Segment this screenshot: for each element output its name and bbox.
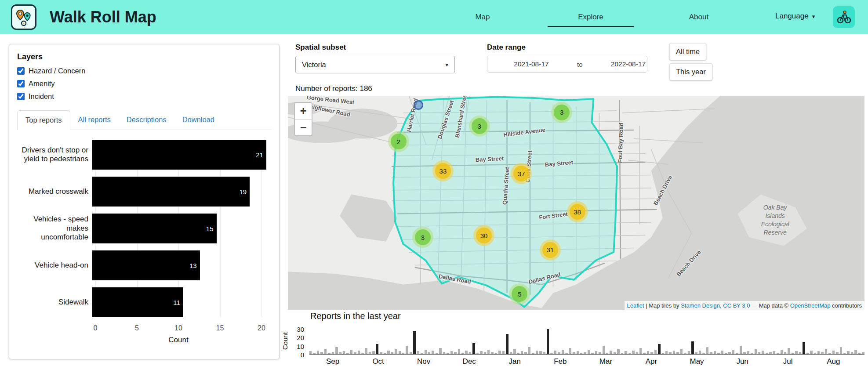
timeline-bar [621,353,623,354]
timeline-bar [484,352,486,354]
cluster-marker[interactable]: 3 [469,116,490,137]
nav-about[interactable]: About [656,7,742,27]
timeline-bar [346,353,349,354]
tab-all-reports[interactable]: All reports [70,110,119,130]
timeline-bar [639,348,642,354]
timeline-title: Reports in the last year [310,311,401,321]
report-category-label: Vehicle head-on [17,261,92,270]
timeline-bar [773,351,775,354]
language-dropdown[interactable]: Language ▾ [775,12,815,21]
top-report-row: Sidewalk11 [17,287,271,317]
cluster-marker[interactable]: 3 [551,102,572,123]
timeline-bar [777,353,779,354]
timeline-bar [458,349,460,354]
timeline-month-tick: Mar [599,357,612,366]
timeline-bar [384,353,386,354]
timeline-bar [702,353,705,354]
amenity-checkbox-input[interactable] [17,80,25,87]
hazard-checkbox-input[interactable] [17,67,25,75]
cluster-marker[interactable]: 2 [388,131,409,152]
mobility-icon-button[interactable] [833,6,855,28]
zoom-out-button[interactable]: − [295,119,312,135]
timeline-bar [762,351,764,354]
timeline-bar [339,352,341,354]
timeline-bar [425,350,427,354]
x-axis-tick: 5 [135,324,139,332]
timeline-bar [840,347,842,354]
timeline-bar [684,353,686,354]
timeline-bar [461,353,464,354]
x-axis-tick: 10 [174,324,182,332]
timeline-bar [699,351,701,354]
timeline-bar [562,350,564,354]
report-bar: 15 [92,214,217,243]
attribution-text: — Map data © [750,302,790,309]
stamen-link[interactable]: Stamen Design [681,302,720,309]
openstreetmap-link[interactable]: OpenStreetMap [790,302,831,309]
timeline-bar [654,350,657,354]
cluster-count: 31 [542,242,558,258]
timeline-bar [847,351,849,354]
point-marker[interactable] [414,100,423,110]
timeline-bar [854,350,857,354]
timeline-bar [309,351,312,354]
top-report-row: Vehicle head-on13 [17,250,271,280]
timeline-bar [439,348,441,354]
cluster-marker[interactable]: 31 [540,239,561,261]
layers-title: Layers [17,52,271,62]
nav-explore[interactable]: Explore [548,7,634,27]
timeline-y-tick: 0 [301,351,304,359]
timeline-bar [769,352,771,354]
incident-checkbox-input[interactable] [17,93,25,100]
timeline-bar [491,352,493,354]
report-bar-value: 21 [256,151,263,159]
timeline-bar [725,353,727,354]
date-to-input[interactable] [585,56,647,72]
timeline-bar [547,329,549,354]
layer-checkbox-hazard[interactable]: Hazard / Concern [17,67,271,75]
timeline-bar [469,352,471,354]
layer-checkbox-incident[interactable]: Incident [17,92,271,101]
walk-roll-map-app: Walk Roll Map Map Explore About Language… [0,0,868,366]
timeline-bar [350,350,352,354]
cluster-marker[interactable]: 33 [432,160,454,181]
tab-descriptions[interactable]: Descriptions [119,110,174,130]
timeline-bar [372,351,374,354]
quick-date-buttons: All time This year [669,43,712,80]
timeline-bar [573,352,575,354]
cc-by-link[interactable]: CC BY 3.0 [723,302,750,309]
timeline-chart [309,327,864,355]
zoom-in-button[interactable]: + [295,103,312,119]
cluster-marker[interactable]: 3 [412,227,433,248]
timeline-bar [354,352,356,354]
timeline-bar [554,351,556,354]
timeline-bar [676,352,679,354]
this-year-button[interactable]: This year [669,63,712,80]
spatial-subset-select[interactable]: Victoria ▾ [295,56,455,73]
layer-checkbox-amenity[interactable]: Amenity [17,80,271,88]
timeline-bar [832,351,835,354]
leaflet-link[interactable]: Leaflet [627,302,644,309]
timeline-bar [532,353,534,354]
nav-map[interactable]: Map [439,7,526,27]
timeline-bar [603,346,605,354]
timeline-bar [324,349,327,354]
timeline-bar [510,352,512,354]
cluster-marker[interactable]: 38 [567,201,588,222]
report-bar: 21 [92,140,266,170]
top-reports-chart: Drivers don't stop or yield to pedestria… [17,140,271,344]
timeline-bar [650,352,653,354]
tab-top-reports[interactable]: Top reports [17,110,70,130]
top-report-row: Marked crosswalk19 [17,177,271,207]
main-nav: Map Explore About [439,7,742,27]
timeline-bar [569,348,571,354]
timeline-bar [799,352,801,354]
tab-download[interactable]: Download [174,110,222,130]
map[interactable]: Gorge Road WestCraigflower RoadHarriet R… [288,96,864,310]
attribution-text: | Map tiles by [644,302,681,309]
timeline-bar [599,352,601,354]
date-from-input[interactable] [487,56,575,72]
all-time-button[interactable]: All time [669,43,706,60]
cluster-marker[interactable]: 30 [473,225,494,246]
timeline-bar [402,353,404,354]
